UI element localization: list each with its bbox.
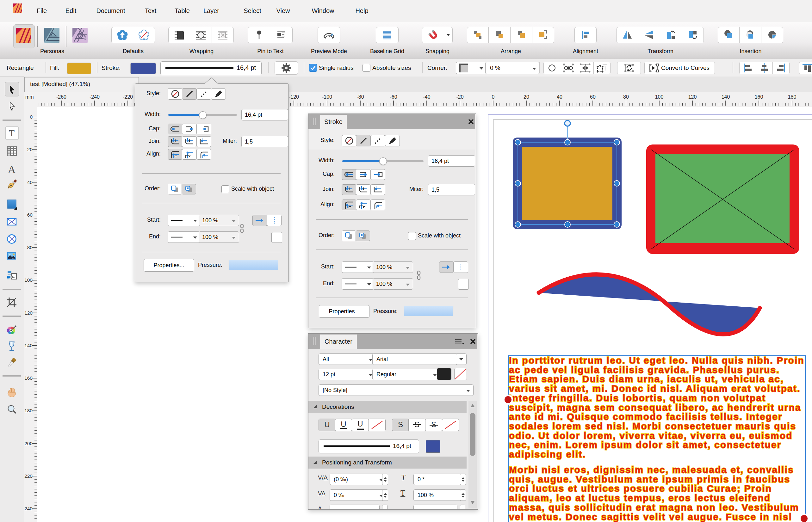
- svg-text:220: 220: [24, 473, 33, 479]
- svg-text:-20: -20: [456, 94, 463, 100]
- svg-text:180: 180: [24, 408, 33, 413]
- svg-text:120: 120: [688, 94, 697, 100]
- svg-text:0: 0: [492, 94, 495, 100]
- svg-text:60: 60: [27, 212, 33, 218]
- svg-text:S: S: [398, 420, 403, 429]
- svg-text:-240: -240: [90, 94, 100, 100]
- svg-text:-80: -80: [356, 94, 364, 100]
- svg-text:0: 0: [30, 114, 33, 120]
- svg-text:-100: -100: [322, 94, 332, 100]
- svg-text:100: 100: [655, 94, 664, 100]
- svg-text:-120: -120: [289, 94, 299, 100]
- svg-text:80: 80: [623, 94, 629, 100]
- svg-text:140: 140: [721, 94, 730, 100]
- svg-text:100: 100: [24, 277, 33, 283]
- svg-text:U: U: [324, 420, 330, 429]
- svg-text:240: 240: [24, 506, 33, 511]
- svg-text:-220: -220: [123, 94, 133, 100]
- svg-text:200: 200: [24, 441, 33, 446]
- svg-text:60: 60: [590, 94, 596, 100]
- svg-text:U: U: [341, 420, 346, 428]
- svg-text:160: 160: [24, 375, 33, 381]
- svg-text:A: A: [8, 163, 16, 175]
- svg-text:T: T: [9, 128, 15, 138]
- svg-text:40: 40: [27, 180, 33, 185]
- svg-text:U: U: [357, 420, 363, 428]
- svg-text:180: 180: [788, 94, 796, 100]
- svg-text:-260: -260: [56, 94, 66, 100]
- svg-text:20: 20: [523, 94, 529, 100]
- svg-text:140: 140: [24, 343, 33, 348]
- svg-text:160: 160: [755, 94, 763, 100]
- svg-text:20: 20: [27, 147, 33, 152]
- svg-text:-60: -60: [390, 94, 397, 100]
- svg-text:120: 120: [24, 310, 33, 316]
- svg-text:40: 40: [557, 94, 562, 100]
- svg-text:80: 80: [27, 245, 33, 250]
- svg-text:-40: -40: [423, 94, 430, 100]
- svg-text:S: S: [431, 420, 436, 429]
